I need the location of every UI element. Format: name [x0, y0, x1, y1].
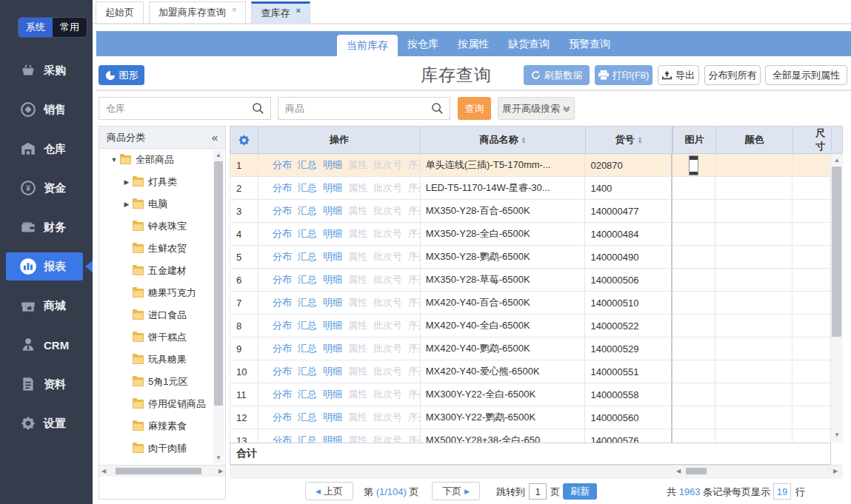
- warehouse-search-input[interactable]: [106, 98, 247, 119]
- next-page-button[interactable]: 下页 ▶: [432, 482, 480, 500]
- close-icon[interactable]: ×: [232, 5, 236, 14]
- tree-vertical-scrollbar[interactable]: ▲ ▼: [213, 149, 224, 463]
- table-row-7[interactable]: 7分布汇总明细属性批次号序列号MX420-Y40-百合-6500K1400005…: [230, 292, 831, 315]
- search-icon[interactable]: [252, 102, 264, 115]
- row-action-明细[interactable]: 明细: [323, 434, 342, 443]
- row-action-分布[interactable]: 分布: [273, 273, 292, 286]
- row-action-明细[interactable]: 明细: [323, 342, 342, 355]
- caret-right-icon[interactable]: ▶: [121, 178, 133, 186]
- scroll-left-icon[interactable]: ◀: [674, 468, 683, 474]
- table-row-11[interactable]: 11分布汇总明细属性批次号序列号MX300Y-Y22-全白-6500K14000…: [230, 383, 831, 406]
- row-action-分布[interactable]: 分布: [273, 250, 292, 263]
- scroll-down-icon[interactable]: ▼: [213, 454, 224, 461]
- doc-tab-查库存[interactable]: 查库存×: [251, 1, 310, 23]
- row-action-明细[interactable]: 明细: [323, 296, 342, 309]
- column-header-size[interactable]: 尺寸: [793, 127, 832, 153]
- row-action-汇总[interactable]: 汇总: [298, 181, 317, 195]
- sidebar-item-仓库[interactable]: 仓库: [0, 134, 93, 164]
- table-row-2[interactable]: 2分布汇总明细属性批次号序列号LED-T5-1170-14W-星睿-30...1…: [230, 177, 831, 200]
- table-row-9[interactable]: 9分布汇总明细属性批次号序列号MX420-Y40-鹦鹉-6500K1400005…: [230, 337, 831, 360]
- row-action-分布[interactable]: 分布: [273, 296, 292, 309]
- column-settings-gear-icon[interactable]: [230, 127, 258, 153]
- sidebar-item-销售[interactable]: 销售: [0, 95, 93, 124]
- refresh-data-button[interactable]: 刷新数据: [524, 65, 590, 85]
- view-tab-按仓库[interactable]: 按仓库: [398, 31, 448, 56]
- row-action-分布[interactable]: 分布: [273, 388, 292, 401]
- row-action-明细[interactable]: 明细: [323, 250, 342, 263]
- table-row-5[interactable]: 5分布汇总明细属性批次号序列号MX350-Y28-鹦鹉-6500K1400004…: [230, 246, 831, 269]
- row-action-分布[interactable]: 分布: [273, 365, 292, 378]
- column-header-color[interactable]: 颜色: [716, 127, 793, 153]
- jump-page-input[interactable]: [529, 483, 547, 500]
- row-action-汇总[interactable]: 汇总: [298, 388, 317, 401]
- search-icon[interactable]: [431, 102, 444, 115]
- sidebar-item-CRM[interactable]: CRM: [0, 330, 93, 360]
- row-action-汇总[interactable]: 汇总: [298, 273, 317, 286]
- row-action-分布[interactable]: 分布: [273, 204, 292, 218]
- row-action-明细[interactable]: 明细: [323, 411, 342, 424]
- table-row-3[interactable]: 3分布汇总明细属性批次号序列号MX350-Y28-百合-6500K1400004…: [230, 200, 831, 223]
- view-tab-按属性[interactable]: 按属性: [448, 31, 498, 56]
- table-row-12[interactable]: 12分布汇总明细属性批次号序列号MX300Y-Y22-鹦鹉-6500K14000…: [230, 406, 831, 429]
- column-header-operations[interactable]: 操作: [258, 127, 421, 153]
- row-action-明细[interactable]: 明细: [323, 227, 342, 241]
- caret-right-icon[interactable]: ▶: [121, 201, 133, 208]
- sidebar-item-资料[interactable]: 资料: [0, 369, 93, 399]
- tree-node-饼干糕点[interactable]: 饼干糕点: [99, 326, 225, 349]
- scroll-down-icon[interactable]: ▼: [831, 431, 843, 438]
- tree-node-进口食品[interactable]: 进口食品: [99, 304, 225, 326]
- sidebar-item-资金[interactable]: ¥资金: [0, 173, 93, 203]
- tree-node-麻辣素食[interactable]: 麻辣素食: [99, 415, 225, 437]
- prev-page-button[interactable]: ◀ 上页: [305, 482, 353, 500]
- per-page-value[interactable]: 19: [773, 483, 791, 500]
- row-action-汇总[interactable]: 汇总: [298, 296, 317, 309]
- row-action-分布[interactable]: 分布: [273, 319, 292, 332]
- toggle-common[interactable]: 常用: [53, 18, 87, 37]
- chart-button[interactable]: 图形: [99, 65, 144, 85]
- scroll-up-icon[interactable]: ▲: [213, 152, 224, 158]
- tree-node-玩具糖果[interactable]: 玩具糖果: [99, 349, 225, 371]
- row-action-分布[interactable]: 分布: [273, 342, 292, 355]
- caret-down-icon[interactable]: ▼: [108, 156, 120, 164]
- row-action-汇总[interactable]: 汇总: [298, 319, 317, 332]
- row-action-汇总[interactable]: 汇总: [298, 158, 317, 172]
- row-action-汇总[interactable]: 汇总: [298, 411, 317, 424]
- doc-tab-加盟商库存查询[interactable]: 加盟商库存查询×: [149, 1, 246, 23]
- product-search-input[interactable]: [285, 98, 426, 119]
- row-action-汇总[interactable]: 汇总: [298, 342, 317, 355]
- row-action-分布[interactable]: 分布: [273, 434, 292, 443]
- row-action-分布[interactable]: 分布: [273, 158, 292, 172]
- row-action-明细[interactable]: 明细: [323, 319, 342, 332]
- export-button[interactable]: 导出: [658, 65, 699, 85]
- tree-horizontal-scrollbar[interactable]: ◀ ▶: [99, 465, 225, 477]
- tree-node-钟表珠宝[interactable]: 钟表珠宝: [99, 215, 225, 238]
- view-tab-缺货查询[interactable]: 缺货查询: [498, 31, 559, 56]
- advanced-search-button[interactable]: 展开高级搜索: [498, 97, 575, 120]
- row-action-汇总[interactable]: 汇总: [298, 434, 317, 443]
- sidebar-item-设置[interactable]: 设置: [0, 409, 93, 438]
- tree-node-停用促销商品[interactable]: 停用促销商品: [99, 393, 225, 415]
- refresh-page-button[interactable]: 刷新: [563, 483, 597, 500]
- scroll-right-icon[interactable]: ▶: [831, 468, 840, 474]
- tree-node-糖果巧克力[interactable]: 糖果巧克力: [99, 282, 225, 304]
- tree-node-灯具类[interactable]: ▶灯具类: [99, 171, 225, 193]
- tree-node-5角1元区[interactable]: 5角1元区: [99, 371, 225, 393]
- column-header-product-name[interactable]: 商品名称▲▼: [421, 127, 586, 153]
- row-action-明细[interactable]: 明细: [323, 181, 342, 195]
- close-icon[interactable]: ×: [296, 6, 300, 15]
- row-action-分布[interactable]: 分布: [273, 411, 292, 424]
- toggle-system[interactable]: 系统: [19, 18, 53, 37]
- tree-node-肉干肉脯[interactable]: 肉干肉脯: [99, 437, 225, 460]
- table-row-8[interactable]: 8分布汇总明细属性批次号序列号MX420-Y40-全白-6500K1400005…: [230, 315, 831, 337]
- show-all-attrs-button[interactable]: 全部显示到属性: [765, 65, 847, 85]
- doc-tab-起始页[interactable]: 起始页: [96, 1, 144, 23]
- column-header-image[interactable]: 图片: [673, 127, 716, 153]
- row-action-汇总[interactable]: 汇总: [298, 250, 317, 263]
- row-action-明细[interactable]: 明细: [323, 204, 342, 218]
- scroll-right-icon[interactable]: ▶: [216, 468, 225, 474]
- row-action-汇总[interactable]: 汇总: [298, 227, 317, 241]
- row-action-分布[interactable]: 分布: [273, 181, 292, 195]
- table-row-4[interactable]: 4分布汇总明细属性批次号序列号MX350-Y28-全白-6500K1400004…: [230, 223, 831, 246]
- scroll-left-icon[interactable]: ◀: [99, 468, 108, 474]
- print-button[interactable]: 打印(F8): [595, 65, 653, 85]
